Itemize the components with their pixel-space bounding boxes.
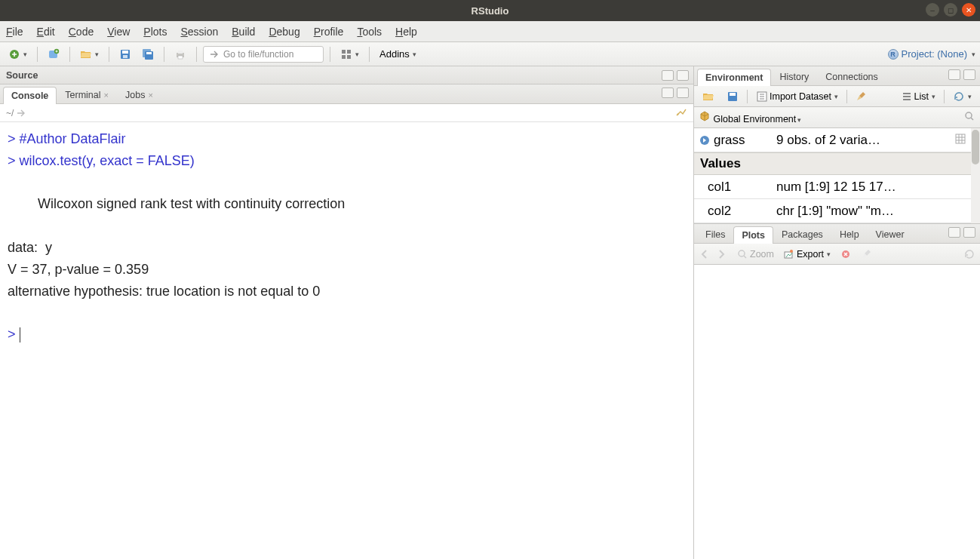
env-maximize-button[interactable]: [963, 69, 975, 80]
tab-history[interactable]: History: [771, 68, 817, 85]
console-sub-bar: ~/: [0, 104, 693, 122]
refresh-icon: [953, 91, 965, 103]
svg-rect-5: [123, 55, 127, 58]
folder-open-icon: [702, 91, 714, 103]
menu-edit[interactable]: Edit: [37, 26, 55, 38]
menu-view[interactable]: View: [107, 26, 130, 38]
env-search-input[interactable]: [963, 110, 975, 124]
save-workspace-button[interactable]: [723, 88, 742, 105]
menu-session[interactable]: Session: [180, 26, 218, 38]
close-icon[interactable]: ×: [148, 91, 152, 100]
source-title: Source: [6, 70, 38, 81]
menu-plots[interactable]: Plots: [143, 26, 167, 38]
svg-rect-10: [178, 51, 183, 54]
clear-workspace-button[interactable]: [852, 88, 871, 105]
close-icon[interactable]: ×: [104, 91, 109, 100]
open-file-button[interactable]: ▾: [76, 45, 103, 63]
project-plus-icon: [48, 48, 60, 60]
clear-console-icon[interactable]: [675, 106, 687, 118]
refresh-env-button[interactable]: ▾: [949, 88, 975, 105]
window-maximize-button[interactable]: ◻: [944, 3, 957, 17]
tab-viewer[interactable]: Viewer: [868, 226, 913, 243]
tab-connections[interactable]: Connections: [817, 68, 886, 85]
goto-placeholder: Go to file/function: [223, 49, 293, 60]
window-title: RStudio: [472, 5, 509, 17]
menu-tools[interactable]: Tools: [357, 26, 382, 38]
refresh-plot-icon[interactable]: [963, 248, 975, 260]
window-minimize-button[interactable]: –: [926, 3, 939, 17]
window-titlebar: RStudio – ◻ ✕: [0, 0, 980, 21]
tab-console[interactable]: Console: [3, 87, 57, 104]
new-project-button[interactable]: [44, 45, 63, 63]
tab-jobs[interactable]: Jobs×: [117, 86, 161, 103]
env-row-value[interactable]: col2chr [1:9] "mow" "m…: [694, 199, 980, 223]
svg-rect-11: [178, 56, 183, 59]
svg-rect-8: [146, 52, 152, 54]
menu-profile[interactable]: Profile: [314, 26, 344, 38]
svg-point-24: [790, 250, 793, 253]
console-maximize-button[interactable]: [677, 88, 689, 98]
svg-rect-15: [347, 55, 351, 59]
grid-view-icon[interactable]: [954, 133, 966, 145]
console-minimize-button[interactable]: [662, 88, 674, 98]
main-toolbar: ▾ ▾ Go to file/function ▾ Addins ▾ R Pro…: [0, 42, 980, 66]
save-button[interactable]: [115, 45, 135, 63]
load-workspace-button[interactable]: [699, 88, 718, 105]
folder-open-icon: [80, 48, 92, 60]
grid-view-button[interactable]: ▾: [336, 45, 363, 63]
tab-help[interactable]: Help: [831, 226, 868, 243]
svg-rect-14: [342, 55, 346, 59]
expand-icon[interactable]: [699, 134, 711, 146]
clear-plots-icon[interactable]: [861, 248, 873, 260]
import-dataset-button[interactable]: Import Dataset▾: [752, 88, 842, 105]
export-button[interactable]: Export▾: [783, 248, 831, 260]
menu-help[interactable]: Help: [395, 26, 417, 38]
env-values-header: Values: [694, 152, 980, 175]
zoom-icon: [736, 248, 748, 260]
save-all-icon: [142, 48, 154, 60]
console-tab-bar: Console Terminal× Jobs×: [0, 84, 693, 104]
addins-button[interactable]: Addins ▾: [376, 45, 420, 63]
goto-wd-icon[interactable]: [15, 107, 27, 119]
source-pane-header[interactable]: Source: [0, 66, 693, 84]
env-row-value[interactable]: col1num [1:9] 12 15 17…: [694, 175, 980, 199]
tab-terminal[interactable]: Terminal×: [57, 86, 117, 103]
plots-minimize-button[interactable]: [948, 227, 960, 238]
project-menu[interactable]: R Project: (None) ▾: [888, 48, 975, 60]
save-icon: [727, 91, 739, 103]
console-body[interactable]: > #Author DataFlair > wilcox.test(y, exa…: [0, 122, 693, 559]
menu-debug[interactable]: Debug: [269, 26, 300, 38]
tab-plots[interactable]: Plots: [733, 226, 773, 244]
env-row-data[interactable]: grass9 obs. of 2 varia…: [694, 128, 980, 152]
new-file-button[interactable]: ▾: [5, 45, 31, 63]
source-maximize-button[interactable]: [677, 70, 689, 81]
svg-point-19: [966, 112, 972, 118]
goto-file-function-input[interactable]: Go to file/function: [203, 46, 324, 63]
new-file-icon: [8, 48, 20, 60]
tab-environment[interactable]: Environment: [697, 69, 771, 86]
env-minimize-button[interactable]: [948, 69, 960, 80]
list-view-button[interactable]: List▾: [897, 88, 939, 105]
env-scrollbar[interactable]: [971, 128, 980, 223]
plot-next-icon[interactable]: [715, 248, 727, 260]
save-all-button[interactable]: [138, 45, 158, 63]
menu-build[interactable]: Build: [232, 26, 255, 38]
goto-arrow-icon: [208, 48, 220, 60]
tab-packages[interactable]: Packages: [773, 226, 831, 243]
print-button[interactable]: [171, 45, 190, 63]
menu-file[interactable]: File: [6, 26, 23, 38]
console-cwd: ~/: [6, 108, 14, 118]
zoom-button[interactable]: Zoom: [736, 248, 774, 260]
svg-rect-21: [956, 134, 965, 143]
plots-maximize-button[interactable]: [963, 227, 975, 238]
tab-files[interactable]: Files: [697, 226, 733, 243]
window-close-button[interactable]: ✕: [962, 3, 975, 17]
env-tab-bar: Environment History Connections: [694, 66, 980, 86]
plot-prev-icon[interactable]: [699, 248, 711, 260]
env-scope-button[interactable]: Global Environment▾: [699, 110, 801, 124]
menu-code[interactable]: Code: [69, 26, 94, 38]
remove-plot-icon[interactable]: [840, 248, 852, 260]
source-minimize-button[interactable]: [662, 70, 674, 81]
plots-toolbar: Zoom Export▾: [694, 244, 980, 265]
project-label: Project: (None): [902, 48, 967, 60]
